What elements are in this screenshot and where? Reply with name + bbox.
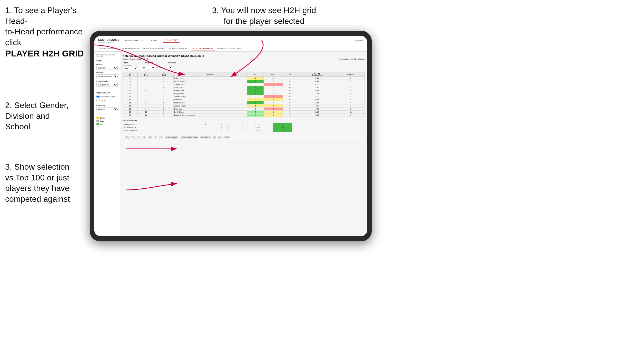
toolbar-download[interactable]: ⬇ — [213, 136, 216, 139]
app-header: SCOREBOARD Powered by clippd TOURNAMENTS… — [94, 36, 367, 45]
opponent-filter: (All) — [157, 66, 173, 69]
player-rank-label: Player (Rank) — [96, 80, 118, 82]
h2h-table: #Div #Reg #Conf Opponent Win Loss Tie Di… — [123, 72, 365, 117]
table-row: 14 7 4 Eunice Yi 2 2 0 0.38 9 — [123, 98, 365, 101]
col-win: Win — [247, 72, 264, 77]
sub-nav-player-heatmap[interactable]: PLAYER H2H HEATMAP — [215, 46, 243, 51]
conference-select[interactable]: (All) — [140, 66, 155, 69]
sub-nav: TEAM SUMMARY TEAM H2H GRID TEAM H2H HEAT… — [94, 45, 367, 52]
player-label: Player — [96, 60, 118, 61]
gender-select[interactable]: Women's — [96, 66, 118, 70]
instruction-top-right-text: 3. You will now see H2H gridfor the play… — [212, 6, 316, 26]
instruction-bot-line2: vs Top 100 or just — [5, 173, 69, 182]
grid-title: Katelyn Vo Head-to-Head Grid for Women's… — [123, 54, 365, 57]
tablet-frame: SCOREBOARD Powered by clippd TOURNAMENTS… — [90, 31, 372, 241]
toolbar-view-original[interactable]: View: Original — [165, 136, 178, 139]
opponent-select[interactable]: (All) — [157, 66, 173, 69]
ood-table-row: NCAA Division 2 5 0 0 7.400 10 — [123, 129, 292, 132]
ood-table-row: NAIA Division 1 15 0 0 9.267 30 — [123, 126, 292, 129]
colour-by-label: Colour by — [96, 105, 118, 107]
sub-nav-team-h2h-grid[interactable]: TEAM H2H GRID — [120, 46, 141, 51]
logo-sub: Powered by clippd — [98, 42, 119, 44]
radio-top-100[interactable]: Top 100 — [96, 99, 118, 102]
col-tie: Tie — [283, 72, 297, 77]
main-content: Last Updated: 27/03/2024 16:55:38 Player… — [94, 52, 367, 236]
table-row: 16 1 3 Jessica Mason 1 2 0 -0.94 7 — [123, 104, 365, 108]
instruction-bot-line4: competed against — [5, 194, 70, 204]
logo-text: SCOREBOARD — [98, 38, 119, 41]
sub-nav-player-summary[interactable]: PLAYER SUMMARY — [167, 46, 191, 51]
col-diff: Diff AvStrokes/Rnd — [297, 72, 337, 77]
toolbar-save-view[interactable]: Save Custom View — [180, 136, 198, 139]
opponents-filter: Opponents: (All) — [123, 65, 138, 70]
player-rank-select[interactable]: 8. Katelyn Vo — [96, 83, 118, 87]
out-of-division-table: Foreign Team 1 0 0 4.500 2 NAIA Division… — [123, 123, 292, 132]
nav-teams[interactable]: TEAMS — [148, 39, 159, 42]
timestamp: Last Updated: 27/03/2024 16:55:38 — [96, 54, 118, 57]
toolbar-refresh[interactable]: ⟳ — [154, 136, 157, 139]
table-row: 9 1 4 Sharon Mun 1 0 0 3.67 3 — [123, 86, 365, 89]
instruction-top-left: 1. To see a Player's Head- to-Head perfo… — [5, 5, 92, 59]
sub-nav-team-heatmap[interactable]: TEAM H2H HEATMAP — [141, 46, 167, 51]
conference-filter: (All) — [140, 66, 155, 69]
nav-committee[interactable]: COMMITTEE — [163, 38, 180, 43]
filter-row: Opponents: (All) (All) (All) — [123, 65, 365, 70]
instruction-bot-line1: 3. Show selection — [5, 162, 69, 171]
table-row: 15 8 5 Stella Cheng 1 0 0 1.25 4 — [123, 101, 365, 104]
instruction-mid-line3: School — [5, 122, 30, 131]
toolbar-menu[interactable]: ≡ — [218, 136, 222, 139]
instruction-bold: PLAYER H2H GRID — [5, 49, 84, 58]
toolbar-watch[interactable]: 👁 Watch ▾ — [200, 136, 210, 139]
grid-panel: Katelyn Vo Head-to-Head Grid for Women's… — [120, 52, 367, 236]
instruction-bot-line3: players they have — [5, 184, 69, 193]
col-div: #Div — [123, 72, 138, 77]
gender-label: Gender — [96, 63, 118, 65]
table-row: 20 11 7 Federica Domecq Lacroze 2 1 0 1.… — [123, 114, 365, 117]
logo: SCOREBOARD Powered by clippd — [98, 37, 119, 44]
toolbar-undo[interactable]: ↺ — [125, 136, 129, 139]
colour-by-select[interactable]: Win/loss — [96, 107, 118, 111]
instruction-top-right: 3. You will now see H2H gridfor the play… — [210, 5, 318, 26]
instruction-bot-left: 3. Show selection vs Top 100 or just pla… — [5, 162, 87, 204]
instruction-mid-left: 2. Select Gender, Division and School — [5, 100, 85, 132]
out-of-division-label: Out of division — [123, 119, 365, 122]
sign-out-link[interactable]: i | Sign out — [353, 39, 364, 42]
filter-headers: Region Conference Opponent — [123, 62, 365, 64]
toolbar-back[interactable]: ← — [131, 136, 135, 139]
instruction-line2: to-Head performance click — [5, 27, 83, 47]
table-row: 13 1 1 Jessica Huang 0 1 0 -3.00 2 — [123, 95, 365, 98]
col-loss: Loss — [264, 72, 283, 77]
opponents-select[interactable]: (All) — [123, 67, 138, 70]
table-row: 10 6 3 Andrea York 2 0 0 4.00 4 — [123, 89, 365, 92]
sub-nav-team-summary[interactable]: TEAM SUMMARY — [98, 46, 120, 51]
table-row: 5 2 2 Alexis Sudjianto 1 0 0 4.00 3 — [123, 80, 365, 83]
opponent-view-label: Opponent view — [96, 90, 118, 94]
division-select[interactable]: NCAA Division III — [96, 74, 118, 78]
colour-legend: Down Level Up — [96, 114, 118, 125]
sub-nav-player-h2h-grid[interactable]: PLAYER H2H GRID — [191, 46, 215, 51]
toolbar-timer[interactable]: ⏱ — [159, 136, 163, 139]
col-conf: #Conf — [154, 72, 173, 77]
table-row: 6 3 3 Sydney Kuo 0 1 0 -1.00 — [123, 83, 365, 86]
toolbar-forward[interactable]: → — [137, 136, 140, 139]
table-row: 19 10 6 Emily Chang 4 1 0 0.30 11 — [123, 111, 365, 114]
radio-opponents-played[interactable]: Opponents Played — [96, 95, 118, 98]
toolbar-grid[interactable]: ⊞ — [143, 136, 146, 139]
instruction-line1: 1. To see a Player's Head- — [5, 6, 76, 26]
instruction-mid-line1: 2. Select Gender, — [5, 101, 68, 110]
toolbar-share[interactable]: Share — [224, 136, 230, 139]
left-panel: Last Updated: 27/03/2024 16:55:38 Player… — [94, 52, 120, 236]
col-reg: #Reg — [137, 72, 154, 77]
col-opponent: Opponent — [173, 72, 247, 77]
instruction-mid-line2: Division and — [5, 111, 50, 121]
table-row: 11 2 5 Heejo Hyun 1 0 0 3.33 3 — [123, 92, 365, 95]
nav-tournaments[interactable]: TOURNAMENTS — [124, 39, 144, 42]
table-row: 3 1 1 Esther Lee 1 0 1 1.50 4 — [123, 77, 365, 80]
record-row: Overall Record: 353 - 34 - 6 Division Re… — [123, 58, 365, 60]
table-row: 18 2 2 Euna Lee 0 2 0 -5.00 2 — [123, 108, 365, 111]
toolbar-redo[interactable]: ↩ — [148, 136, 152, 139]
col-rounds: Rounds — [337, 72, 365, 77]
ood-table-row: Foreign Team 1 0 0 4.500 2 — [123, 123, 292, 126]
bottom-toolbar: ↺ ← → ⊞ ↩ ⟳ ⏱ View: Original Save Custom… — [123, 135, 365, 140]
tablet-screen: SCOREBOARD Powered by clippd TOURNAMENTS… — [94, 36, 367, 236]
